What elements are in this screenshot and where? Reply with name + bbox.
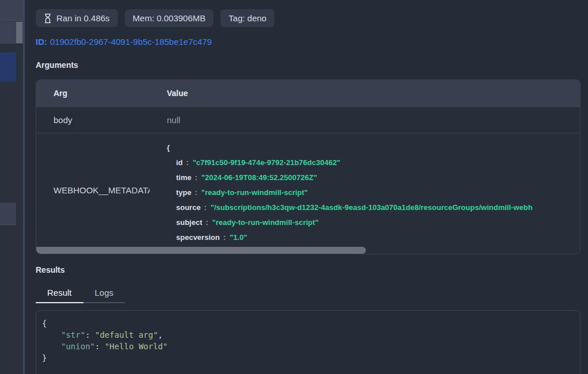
tab-result[interactable]: Result	[36, 284, 83, 303]
json-colon: :	[192, 173, 201, 182]
result-json-colon: :	[85, 330, 95, 339]
badge-label: Mem: 0.003906MB	[133, 13, 206, 23]
column-header-value: Value	[150, 80, 580, 106]
table-scrollbar-thumb[interactable]	[36, 247, 366, 254]
brace-glyph: {	[42, 319, 47, 328]
json-key: source	[176, 203, 201, 212]
job-run-detail-panel: Ran in 0.486sMem: 0.003906MBTag: deno ID…	[25, 0, 588, 374]
json-key: specversion	[176, 233, 220, 242]
result-json-colon: :	[95, 342, 105, 351]
table-horizontal-scrollbar[interactable]	[36, 247, 580, 254]
result-json-key: "str"	[61, 330, 85, 339]
background-toolbar-fragment	[0, 0, 23, 21]
background-node-fragment	[0, 21, 23, 44]
json-colon: :	[183, 158, 193, 167]
json-colon: :	[203, 218, 212, 227]
background-scrollbar-thumb[interactable]	[16, 22, 22, 43]
table-row-webhook-metadata: WEBHOOK__METADATA__ {id:"c7f91c50-9f19-4…	[36, 133, 580, 247]
job-id-row: ID:01902fb0-2967-4091-9b5c-185be1e7c479	[36, 37, 581, 47]
stat-badge: Ran in 0.486s	[36, 9, 118, 27]
json-string-value: "ready-to-run-windmill-script"	[212, 218, 319, 227]
stat-badge: Tag: deno	[220, 9, 274, 27]
json-entry-line: time:"2024-06-19T08:49:52.2500726Z"	[167, 170, 580, 185]
arg-name-body: body	[36, 107, 150, 133]
result-output-panel: {"str": "default arg","union": "Hello Wo…	[36, 310, 581, 374]
arguments-section-title: Arguments	[36, 60, 581, 70]
table-row-body: body null	[36, 106, 580, 133]
json-entry-line: specversion:"1.0"	[167, 230, 580, 245]
result-json-string: "Hello World"	[105, 342, 168, 351]
json-colon: :	[220, 233, 230, 242]
result-entry-line: "union": "Hello World"	[42, 341, 574, 352]
badge-label: Tag: deno	[228, 13, 266, 23]
json-string-value: "ready-to-run-windmill-script"	[201, 188, 308, 197]
result-json-key: "union"	[61, 342, 95, 351]
stat-badge: Mem: 0.003906MB	[125, 9, 214, 27]
json-key: subject	[176, 218, 203, 227]
json-string-value: "c7f91c50-9f19-474e-9792-21b76dc30462"	[193, 158, 341, 167]
result-close-brace: }	[42, 352, 574, 364]
background-selected-node-fragment[interactable]	[0, 52, 16, 82]
json-key: type	[176, 188, 192, 197]
hourglass-icon	[44, 13, 52, 24]
json-key: time	[176, 173, 192, 182]
result-json-string: "default arg"	[95, 330, 158, 339]
result-open-brace: {	[42, 318, 574, 329]
brace-glyph: }	[42, 353, 47, 362]
json-string-value: "/subscriptions/h3c3qw-d1232-4asdk-9easd…	[211, 203, 533, 212]
job-id-value[interactable]: 01902fb0-2967-4091-9b5c-185be1e7c479	[50, 37, 212, 47]
json-colon: :	[201, 203, 211, 212]
arg-name-webhook-metadata: WEBHOOK__METADATA__	[36, 133, 150, 247]
background-node-fragment-lower[interactable]	[0, 203, 16, 225]
result-json-comma: ,	[158, 330, 163, 339]
json-colon: :	[192, 188, 201, 197]
json-open-brace: {	[167, 140, 580, 155]
results-section-title: Results	[36, 265, 581, 274]
arguments-table: Arg Value body null WEBHOOK__METADATA__ …	[36, 79, 581, 254]
tab-logs[interactable]: Logs	[83, 284, 125, 303]
arguments-table-header: Arg Value	[36, 80, 580, 106]
json-key: id	[176, 158, 183, 167]
column-header-arg: Arg	[36, 80, 150, 106]
badge-label: Ran in 0.486s	[56, 13, 110, 23]
background-panel-strip	[0, 0, 25, 374]
job-id-label: ID:	[36, 37, 47, 47]
json-string-value: "2024-06-19T08:49:52.2500726Z"	[201, 173, 317, 182]
brace-glyph: {	[167, 143, 170, 152]
run-stat-badges: Ran in 0.486sMem: 0.003906MBTag: deno	[36, 9, 581, 27]
json-entry-line: id:"c7f91c50-9f19-474e-9792-21b76dc30462…	[167, 155, 580, 170]
result-entry-line: "str": "default arg",	[42, 329, 574, 341]
json-string-value: "1.0"	[230, 233, 247, 242]
arg-value-null: null	[150, 107, 580, 133]
json-entry-line: subject:"ready-to-run-windmill-script"	[167, 215, 580, 230]
webhook-metadata-json-viewer: {id:"c7f91c50-9f19-474e-9792-21b76dc3046…	[150, 133, 580, 247]
results-tabs: ResultLogs	[36, 284, 581, 303]
json-entry-line: type:"ready-to-run-windmill-script"	[167, 185, 580, 200]
json-entry-line: source:"/subscriptions/h3c3qw-d1232-4asd…	[167, 200, 580, 215]
